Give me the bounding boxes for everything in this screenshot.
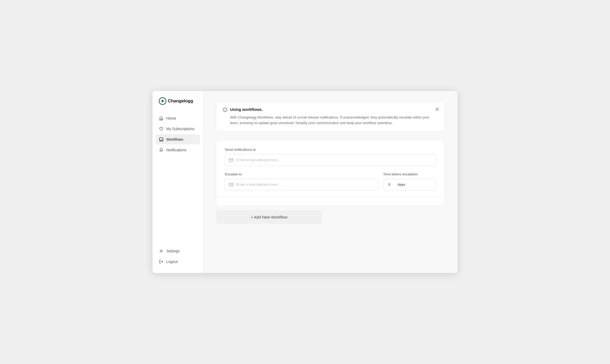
divider bbox=[216, 197, 445, 197]
send-notifications-label: Send notifications to bbox=[225, 148, 436, 152]
close-button[interactable] bbox=[434, 106, 440, 112]
nav-bottom: Settings Logout bbox=[152, 246, 203, 267]
logo: Changelogg bbox=[152, 97, 203, 113]
escalate-to-label: Escalate to bbox=[225, 172, 379, 176]
escalate-row: Escalate to Time before escalation bbox=[225, 172, 436, 197]
send-notifications-input-wrapper bbox=[225, 154, 436, 166]
sidebar-item-settings-label: Settings bbox=[166, 249, 180, 253]
sidebar-item-logout[interactable]: Logout bbox=[156, 257, 200, 267]
nav-items: Home My Subscriptions Workflows bbox=[152, 113, 203, 246]
sidebar-item-logout-label: Logout bbox=[166, 260, 178, 264]
logout-icon bbox=[159, 259, 164, 264]
escalate-to-input[interactable] bbox=[236, 183, 375, 186]
days-label: days bbox=[398, 183, 405, 186]
info-banner: Using workflows. With Changelogg Workflo… bbox=[216, 102, 445, 131]
sidebar-item-my-subscriptions-label: My Subscriptions bbox=[166, 127, 195, 131]
sidebar-item-workflows-label: Workflows bbox=[166, 137, 183, 142]
logo-icon bbox=[159, 97, 166, 105]
info-banner-text: With Changelogg Workflows, stay ahead of… bbox=[223, 115, 438, 126]
info-banner-header: Using workflows. bbox=[223, 107, 438, 112]
time-before-escalation-field: Time before escalation days bbox=[383, 172, 436, 197]
send-notifications-field: Send notifications to bbox=[225, 148, 436, 166]
info-icon bbox=[223, 107, 227, 112]
send-notifications-input[interactable] bbox=[236, 158, 432, 162]
sidebar-item-home-label: Home bbox=[166, 116, 176, 120]
settings-icon bbox=[159, 249, 164, 253]
time-before-escalation-label: Time before escalation bbox=[383, 172, 436, 176]
sidebar-item-workflows[interactable]: Workflows bbox=[156, 134, 200, 144]
main-content: Using workflows. With Changelogg Workflo… bbox=[203, 91, 457, 273]
svg-point-2 bbox=[162, 101, 163, 102]
sidebar-item-settings[interactable]: Settings bbox=[156, 246, 200, 256]
inbox-icon bbox=[159, 137, 164, 142]
workflow-form: Send notifications to Escalate to bbox=[216, 140, 445, 206]
app-container: Changelogg Home My Subscriptions bbox=[152, 91, 457, 273]
home-icon bbox=[159, 116, 164, 121]
escalate-mail-icon bbox=[229, 182, 234, 187]
heart-icon bbox=[159, 126, 164, 131]
svg-point-4 bbox=[161, 251, 162, 252]
bell-icon bbox=[159, 148, 164, 152]
escalate-to-field: Escalate to bbox=[225, 172, 379, 190]
sidebar-item-my-subscriptions[interactable]: My Subscriptions bbox=[156, 124, 200, 134]
logo-text: Changelogg bbox=[168, 98, 193, 104]
sidebar-item-home[interactable]: Home bbox=[156, 113, 200, 123]
escalate-to-input-wrapper bbox=[225, 179, 379, 190]
sidebar-item-notifications-label: Notifications bbox=[166, 148, 186, 152]
days-input[interactable] bbox=[387, 183, 396, 186]
info-banner-title: Using workflows. bbox=[230, 107, 263, 112]
days-wrapper: days bbox=[383, 179, 436, 190]
sidebar-item-notifications[interactable]: Notifications bbox=[156, 145, 200, 155]
mail-icon bbox=[229, 158, 234, 162]
add-workflow-label: + Add New Workflow bbox=[251, 215, 288, 219]
sidebar: Changelogg Home My Subscriptions bbox=[152, 91, 203, 273]
add-workflow-button[interactable]: + Add New Workflow bbox=[216, 210, 322, 224]
